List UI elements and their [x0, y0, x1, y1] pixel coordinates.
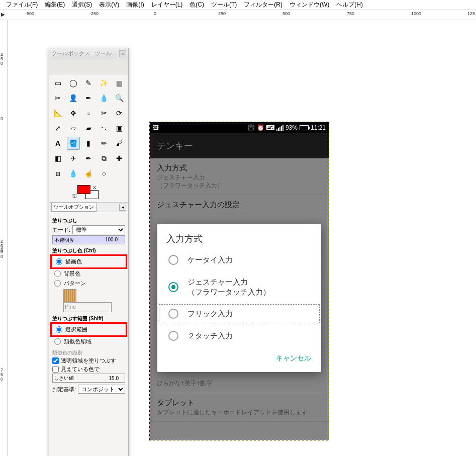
- opacity-label: 不透明度: [54, 237, 74, 244]
- paintbrush-tool[interactable]: 🖌: [113, 137, 126, 150]
- radio-similar[interactable]: 類似色領域: [52, 337, 125, 346]
- menu-window[interactable]: ウィンドウ(W): [287, 0, 332, 10]
- scale-tool[interactable]: ⤢: [51, 122, 64, 135]
- ruler-tick: -500: [25, 11, 34, 16]
- cage-tool[interactable]: ▣: [113, 122, 126, 135]
- color-picker-tool[interactable]: 💧: [98, 92, 111, 105]
- dialog-option-2[interactable]: フリック入力: [157, 303, 321, 325]
- eraser-tool[interactable]: ◧: [51, 152, 64, 165]
- pattern-swatch[interactable]: [63, 289, 76, 302]
- vruler-tick: 0: [1, 117, 8, 121]
- menu-color[interactable]: 色(C): [186, 0, 207, 10]
- foreground-select-tool[interactable]: 👤: [67, 92, 80, 105]
- alarm-icon: ⏰: [257, 124, 264, 131]
- dodge-tool[interactable]: ○: [98, 167, 111, 180]
- text-tool[interactable]: A: [51, 137, 64, 150]
- ruler-tick: 750: [347, 11, 354, 16]
- chk-visible[interactable]: 見えている色で: [52, 365, 125, 374]
- ruler-play-icon[interactable]: ▶: [1, 12, 5, 17]
- menu-select[interactable]: 選択(S): [69, 0, 95, 10]
- align-tool[interactable]: ▫: [82, 107, 95, 120]
- radio-fg-color[interactable]: 描画色: [54, 257, 124, 266]
- swap-colors-icon[interactable]: ⤭: [92, 185, 97, 190]
- ellipse-select-tool[interactable]: ◯: [67, 76, 80, 89]
- menu-filters[interactable]: フィルター(R): [241, 0, 285, 10]
- pattern-name: Pine: [63, 302, 112, 312]
- toolbox-window: ツールボックス - ツールオプ... × ▭ ◯ ✎ ✨ ▦ ✂ 👤 ✒ 💧 🔍…: [49, 48, 129, 456]
- dialog-option-1[interactable]: ジェスチャー入力（フラワータッチ入力）: [157, 271, 321, 303]
- menu-layer[interactable]: レイヤー(L): [148, 0, 186, 10]
- radio-pattern[interactable]: パターン: [52, 279, 125, 288]
- menu-help[interactable]: ヘルプ(H): [333, 0, 366, 10]
- shear-tool[interactable]: ▱: [67, 122, 80, 135]
- bucket-fill-tool[interactable]: 🪣: [67, 137, 80, 150]
- threshold-spin[interactable]: しきい値 15.0: [52, 374, 125, 383]
- radio-icon: [168, 331, 178, 341]
- chk-transparent[interactable]: 透明領域を塗りつぶす: [52, 356, 125, 365]
- flip-tool[interactable]: ⇋: [98, 122, 111, 135]
- blur-tool[interactable]: 💧: [67, 167, 80, 180]
- measure-tool[interactable]: 📐: [51, 107, 64, 120]
- dialog-option-3[interactable]: ２タッチ入力: [157, 325, 321, 347]
- radio-selection[interactable]: 選択範囲: [54, 325, 124, 334]
- dialog-option-0[interactable]: ケータイ入力: [157, 249, 321, 271]
- opt-section-fill: 塗りつぶし: [52, 217, 125, 224]
- close-icon[interactable]: ×: [119, 50, 126, 57]
- reset-colors-icon[interactable]: ◱: [72, 193, 77, 198]
- dialog-title: 入力方式: [157, 224, 321, 249]
- opacity-slider[interactable]: 不透明度 100.0: [52, 235, 125, 244]
- criteria-label: 判定基準:: [52, 386, 76, 393]
- canvas-selection: 🖼 📳 ⏰ 4G 93% 11:21 テンキー 入力方式: [149, 122, 329, 440]
- menu-view[interactable]: 表示(V): [96, 0, 122, 10]
- dialog-option-label: ２タッチ入力: [187, 331, 233, 341]
- menu-file[interactable]: ファイル(F): [3, 0, 41, 10]
- free-select-tool[interactable]: ✎: [82, 76, 95, 89]
- fuzzy-select-tool[interactable]: ✨: [98, 76, 111, 89]
- zoom-tool[interactable]: 🔍: [113, 92, 126, 105]
- smudge-tool[interactable]: ☝: [82, 167, 95, 180]
- menu-tools[interactable]: ツール(T): [208, 0, 240, 10]
- range-title: 塗りつぶす範囲 (Shift): [52, 315, 125, 322]
- by-color-select-tool[interactable]: ▦: [113, 76, 126, 89]
- opacity-value: 100.0: [105, 237, 118, 242]
- opacity-spin[interactable]: [119, 236, 125, 244]
- menu-edit[interactable]: 編集(E): [42, 0, 68, 10]
- ruler-tick: 500: [282, 11, 290, 16]
- toolbox-title-text: ツールボックス - ツールオプ...: [51, 50, 119, 57]
- mode-select[interactable]: 標準: [72, 225, 125, 234]
- airbrush-tool[interactable]: ✈: [67, 152, 80, 165]
- heal-tool[interactable]: ✚: [113, 152, 126, 165]
- fg-bg-color: ◱ ⤭: [49, 184, 128, 202]
- toolbox-titlebar[interactable]: ツールボックス - ツールオプ... ×: [49, 48, 128, 59]
- clone-tool[interactable]: ⧉: [98, 152, 111, 165]
- perspective-clone-tool[interactable]: ⧈: [51, 167, 64, 180]
- move-tool[interactable]: ✥: [67, 107, 80, 120]
- tool-options-tab[interactable]: ツールオプション: [51, 203, 97, 212]
- crop-tool[interactable]: ✂: [98, 107, 111, 120]
- dialog-option-label: ジェスチャー入力（フラワータッチ入力）: [187, 277, 270, 297]
- ink-tool[interactable]: ✒: [82, 152, 95, 165]
- criteria-select[interactable]: コンポジット: [78, 385, 125, 394]
- tool-options-body: 塗りつぶし モード: 標準 不透明度 100.0 塗りつぶし色 (Ctrl) 描…: [49, 212, 128, 398]
- foreground-color-swatch[interactable]: [77, 185, 90, 194]
- radio-selection-label: 選択範囲: [65, 326, 87, 333]
- rotate-tool[interactable]: ⟳: [113, 107, 126, 120]
- threshold-label: しきい値: [53, 375, 75, 382]
- radio-icon: [168, 255, 178, 265]
- tool-options-menu-icon[interactable]: ◂: [119, 204, 126, 211]
- gradient-tool[interactable]: ▮: [82, 137, 95, 150]
- rect-select-tool[interactable]: ▭: [51, 76, 64, 89]
- scissors-tool[interactable]: ✂: [51, 92, 64, 105]
- ruler-tick: -250: [89, 11, 99, 16]
- dialog-cancel-button[interactable]: キャンセル: [272, 351, 315, 366]
- tool-options-header: ツールオプション ◂: [49, 202, 128, 212]
- pencil-tool[interactable]: ✏: [98, 137, 111, 150]
- photo-icon: 🖼: [153, 124, 159, 131]
- perspective-tool[interactable]: ▰: [82, 122, 95, 135]
- phone-screenshot: 🖼 📳 ⏰ 4G 93% 11:21 テンキー 入力方式: [150, 122, 329, 440]
- menubar: ファイル(F) 編集(E) 選択(S) 表示(V) 画像(I) レイヤー(L) …: [0, 0, 476, 10]
- tool-grid: ▭ ◯ ✎ ✨ ▦ ✂ 👤 ✒ 💧 🔍 📐 ✥ ▫ ✂ ⟳ ⤢ ▱ ▰ ⇋ ▣ …: [49, 74, 128, 182]
- paths-tool[interactable]: ✒: [82, 92, 95, 105]
- radio-bg-color[interactable]: 背景色: [52, 269, 125, 279]
- menu-image[interactable]: 画像(I): [123, 0, 147, 10]
